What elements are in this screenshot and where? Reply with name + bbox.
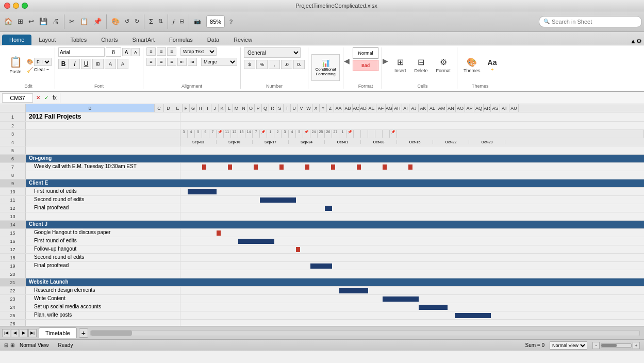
col-header-z[interactable]: Z bbox=[327, 104, 334, 112]
col-header-ap[interactable]: AP bbox=[465, 104, 474, 112]
sheet-nav-next-button[interactable]: ▶ bbox=[20, 329, 28, 337]
col-header-ab[interactable]: AB bbox=[343, 104, 353, 112]
sheet-tab-timetable[interactable]: Timetable bbox=[39, 327, 77, 338]
align-right-button[interactable]: ≡ bbox=[167, 58, 176, 66]
col-header-au[interactable]: AU bbox=[509, 104, 519, 112]
col-header-j[interactable]: J bbox=[211, 104, 219, 112]
toolbar-save-icon[interactable]: 💾 bbox=[37, 14, 49, 29]
col-header-n[interactable]: N bbox=[240, 104, 247, 112]
zoom-slider[interactable] bbox=[601, 343, 632, 348]
col-header-ai[interactable]: AI bbox=[402, 104, 409, 112]
add-sheet-button[interactable]: + bbox=[79, 328, 88, 338]
tab-layout[interactable]: Layout bbox=[31, 35, 63, 45]
format-normal-button[interactable]: Normal bbox=[353, 47, 378, 59]
tab-tables[interactable]: Tables bbox=[63, 35, 94, 45]
col-header-e[interactable]: E bbox=[173, 104, 183, 112]
toolbar-cut-icon[interactable]: ✂ bbox=[67, 14, 77, 29]
comma-button[interactable]: , bbox=[269, 60, 280, 69]
zoom-out-button[interactable]: - bbox=[592, 342, 600, 349]
sheet-nav-first-button[interactable]: |◀ bbox=[2, 329, 10, 337]
percent-button[interactable]: % bbox=[256, 60, 268, 69]
align-left-top-button[interactable]: ≡ bbox=[146, 47, 156, 56]
toolbar-grid-icon[interactable]: ⊞ bbox=[15, 14, 25, 29]
cell-b11[interactable]: Second round of edits bbox=[26, 196, 180, 204]
col-header-u[interactable]: U bbox=[291, 104, 298, 112]
col-header-aa[interactable]: AA bbox=[334, 104, 343, 112]
col-header-l[interactable]: L bbox=[226, 104, 233, 112]
toolbar-camera-icon[interactable]: 📷 bbox=[192, 14, 203, 29]
col-header-as[interactable]: AS bbox=[491, 104, 500, 112]
window-controls[interactable] bbox=[4, 3, 28, 9]
zoom-dropdown[interactable]: Normal View bbox=[550, 341, 587, 350]
col-header-b[interactable]: B bbox=[26, 104, 155, 112]
toolbar-fx-icon[interactable]: 𝑓 bbox=[171, 14, 176, 29]
cell-b2[interactable] bbox=[26, 122, 180, 129]
col-header-ae[interactable]: AE bbox=[367, 104, 376, 112]
conditional-formatting-button[interactable]: 📊 ConditionalFormatting bbox=[311, 54, 340, 81]
cell-b7[interactable]: Weekly call with E.M. Tuesday 10:30am ES… bbox=[26, 163, 180, 171]
toolbar-sigma-icon[interactable]: Σ bbox=[147, 14, 155, 29]
underline-button[interactable]: U bbox=[81, 59, 91, 69]
col-header-o[interactable]: O bbox=[247, 104, 255, 112]
wrap-text-dropdown[interactable]: Wrap Text bbox=[180, 47, 217, 56]
tab-charts[interactable]: Charts bbox=[94, 35, 125, 45]
formula-input[interactable] bbox=[62, 95, 642, 101]
toolbar-undo-icon[interactable]: ↩ bbox=[26, 14, 36, 29]
bold-button[interactable]: B bbox=[58, 59, 69, 69]
indent-increase-button[interactable]: ⇥ bbox=[188, 58, 197, 66]
col-header-al[interactable]: AL bbox=[428, 104, 437, 112]
normal-view-button[interactable]: ⊟ bbox=[4, 342, 8, 348]
cell-b25[interactable]: Plan, write posts bbox=[26, 311, 180, 319]
cell-reference-input[interactable] bbox=[2, 93, 33, 103]
col-header-f[interactable]: F bbox=[183, 104, 190, 112]
toolbar-table-icon[interactable]: ⊟ bbox=[177, 14, 186, 29]
tab-data[interactable]: Data bbox=[200, 35, 226, 45]
font-size-increase-button[interactable]: A bbox=[122, 48, 130, 56]
align-center-top-button[interactable]: ≡ bbox=[157, 47, 166, 56]
col-header-m[interactable]: M bbox=[233, 104, 240, 112]
col-header-ac[interactable]: AC bbox=[353, 104, 360, 112]
close-button[interactable] bbox=[4, 3, 10, 9]
zoom-box[interactable]: 85% bbox=[206, 15, 225, 28]
cancel-formula-button[interactable]: ✕ bbox=[36, 95, 40, 101]
tab-home[interactable]: Home bbox=[2, 35, 31, 45]
cell-b17[interactable]: Follow-up hangout bbox=[26, 245, 180, 253]
col-header-ag[interactable]: AG bbox=[386, 104, 393, 112]
page-layout-view-button[interactable]: ⊞ bbox=[10, 342, 14, 348]
indent-decrease-button[interactable]: ⇤ bbox=[177, 58, 187, 66]
col-header-k[interactable]: K bbox=[219, 104, 226, 112]
borders-button[interactable]: ⊞ bbox=[92, 59, 104, 69]
toolbar-print-icon[interactable]: 🖨 bbox=[51, 14, 61, 29]
maximize-button[interactable] bbox=[22, 3, 28, 9]
col-header-s[interactable]: S bbox=[276, 104, 284, 112]
align-left-button[interactable]: ≡ bbox=[146, 58, 156, 66]
col-header-am[interactable]: AM bbox=[437, 104, 447, 112]
font-color-button[interactable]: A bbox=[117, 59, 128, 69]
col-header-ao[interactable]: AO bbox=[456, 104, 465, 112]
format-scroll-right-icon[interactable]: ▶ bbox=[382, 47, 388, 74]
cell-b15[interactable]: Google Hangout to discuss paper bbox=[26, 229, 180, 237]
col-header-w[interactable]: W bbox=[305, 104, 312, 112]
delete-button[interactable]: ⊟ Delete bbox=[411, 52, 431, 78]
toolbar-undo2-icon[interactable]: ↺ bbox=[123, 14, 131, 29]
paste-button[interactable]: 📋 Paste bbox=[5, 52, 26, 78]
font-size-decrease-button[interactable]: A bbox=[131, 48, 140, 56]
zoom-in-button[interactable]: + bbox=[633, 342, 640, 349]
col-header-ah[interactable]: AH bbox=[393, 104, 402, 112]
fill-dropdown[interactable]: Fill bbox=[34, 58, 52, 66]
sheet-nav-last-button[interactable]: ▶| bbox=[28, 329, 37, 337]
format-scroll-left-icon[interactable]: ◀ bbox=[343, 47, 350, 74]
toolbar-redo-icon[interactable]: ↻ bbox=[133, 14, 141, 29]
col-header-at[interactable]: AT bbox=[500, 104, 509, 112]
toolbar-paste-icon[interactable]: 📌 bbox=[91, 14, 104, 29]
col-header-v[interactable]: V bbox=[298, 104, 305, 112]
col-header-ad[interactable]: AD bbox=[360, 104, 367, 112]
col-header-an[interactable]: AN bbox=[447, 104, 456, 112]
highlight-button[interactable]: A bbox=[105, 59, 116, 69]
insert-button[interactable]: ⊞ Insert bbox=[391, 52, 409, 78]
col-header-ak[interactable]: AK bbox=[419, 104, 428, 112]
col-header-g[interactable]: G bbox=[190, 104, 197, 112]
format-cells-button[interactable]: ⚙ Format bbox=[433, 52, 454, 78]
scroll-thumb[interactable] bbox=[91, 331, 132, 336]
sheet-nav-prev-button[interactable]: ◀ bbox=[11, 329, 19, 337]
